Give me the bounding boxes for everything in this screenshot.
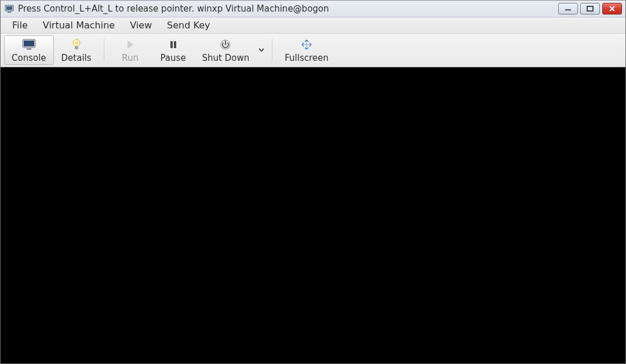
svg-rect-7 [27,48,31,50]
menu-file[interactable]: File [6,18,34,32]
menu-virtual-machine[interactable]: Virtual Machine [37,18,121,32]
svg-point-9 [75,41,78,45]
pause-label: Pause [161,53,186,63]
svg-rect-10 [75,46,78,49]
toolbar-separator-1 [104,39,104,61]
toolbar: Console Details Run Pause [1,34,625,67]
svg-rect-2 [8,12,11,13]
app-icon [4,3,14,14]
menu-send-key[interactable]: Send Key [161,18,216,32]
fullscreen-icon [300,38,313,52]
power-icon [220,38,231,52]
pause-button[interactable]: Pause [152,35,195,65]
svg-rect-3 [565,9,571,10]
shutdown-label: Shut Down [202,53,250,63]
svg-rect-1 [6,6,12,10]
shutdown-split-button: Shut Down [195,35,268,65]
pause-icon [169,38,178,52]
console-display[interactable] [1,67,625,363]
play-icon [125,38,136,52]
shutdown-dropdown[interactable] [257,35,267,65]
run-button: Run [109,35,152,65]
details-button[interactable]: Details [54,35,99,65]
details-label: Details [61,53,92,63]
console-button[interactable]: Console [4,35,54,65]
svg-rect-4 [587,6,593,11]
svg-rect-12 [174,41,176,48]
maximize-button[interactable] [580,3,600,14]
svg-rect-6 [24,41,34,46]
lightbulb-icon [71,38,82,52]
fullscreen-button[interactable]: Fullscreen [277,35,336,65]
minimize-button[interactable] [558,3,578,14]
toolbar-separator-2 [272,39,272,61]
menubar: File Virtual Machine View Send Key [1,17,625,34]
console-label: Console [12,53,46,63]
close-button[interactable] [602,3,622,14]
window-controls [558,3,622,14]
fullscreen-label: Fullscreen [285,53,329,63]
chevron-down-icon [258,45,265,56]
run-label: Run [122,53,139,63]
titlebar: Press Control_L+Alt_L to release pointer… [1,0,625,17]
menu-view[interactable]: View [124,18,158,32]
window-title: Press Control_L+Alt_L to release pointer… [18,3,329,14]
shutdown-button[interactable]: Shut Down [195,35,257,65]
monitor-icon [21,38,37,52]
svg-rect-11 [170,41,173,48]
